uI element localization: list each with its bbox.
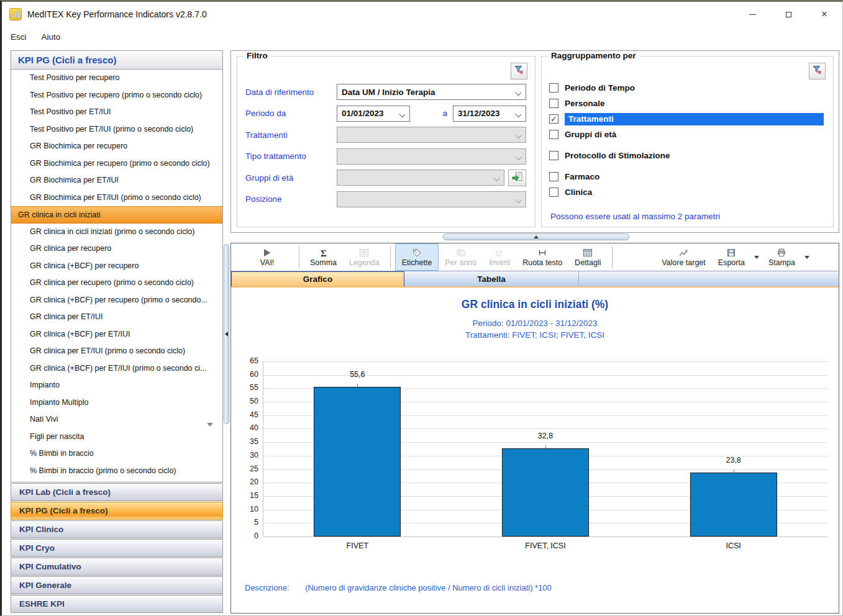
- sidebar-item-kpi-15[interactable]: GR clinica (+BCF) per ET/IUI: [11, 326, 222, 343]
- horizontal-splitter[interactable]: [443, 233, 629, 240]
- sidebar-item-kpi-5[interactable]: GR Biochimica per recupero (primo o seco…: [11, 155, 222, 173]
- toolbar-button-valore-target[interactable]: Valore target: [655, 243, 712, 271]
- filter-grouping-panel: Filtro × Data di riferimento Data UM / I…: [230, 50, 839, 233]
- checkbox-checked-icon[interactable]: ✓: [549, 114, 558, 124]
- grouping-option-4[interactable]: Protocollo di Stimolazione: [549, 142, 824, 169]
- grouping-option-2[interactable]: ✓Trattamenti: [549, 111, 824, 127]
- toolbar-button-label: Esporta: [718, 258, 745, 267]
- sidebar-item-kpi-18[interactable]: Impianto: [11, 377, 222, 394]
- sidebar-item-kpi-4[interactable]: GR Biochimica per recupero: [11, 138, 222, 155]
- toolbar: VAI!ΣSommaLegendaEtichettePer annoInvert…: [231, 243, 839, 271]
- grouping-option-label: Farmaco: [565, 172, 599, 182]
- toolbar-button-etichette[interactable]: Etichette: [395, 243, 439, 271]
- dropdown-caret-icon[interactable]: [801, 243, 813, 271]
- menu-bar: Esci Aiuto: [2, 28, 66, 45]
- y-axis-tick-label: 20: [237, 478, 258, 486]
- grouping-option-0[interactable]: Periodo di Tempo: [549, 80, 824, 96]
- sidebar-item-kpi-9[interactable]: GR clinica in cicli iniziati (primo o se…: [11, 224, 222, 241]
- period-from-select[interactable]: 01/01/2023: [337, 106, 410, 122]
- close-icon: ×: [821, 9, 827, 19]
- sidebar-section-3[interactable]: KPI Cryo: [11, 539, 223, 557]
- grouping-option-3[interactable]: Gruppi di età: [549, 127, 824, 142]
- sidebar-item-kpi-2[interactable]: Test Positivo per ET/IUI: [11, 104, 222, 121]
- y-axis-tick-label: 30: [237, 451, 258, 460]
- clear-grouping-button[interactable]: ×: [809, 63, 826, 79]
- reference-date-select[interactable]: Data UM / Inizio Terapia: [337, 84, 526, 100]
- toolbar-button-dettagli[interactable]: Dettagli: [568, 243, 607, 271]
- grouping-option-5[interactable]: Farmaco: [549, 169, 824, 184]
- sidebar-item-kpi-20[interactable]: Nati Vivi: [11, 411, 222, 428]
- y-axis-tick-label: 15: [237, 491, 258, 500]
- sidebar-section-6[interactable]: ESHRE KPI: [11, 595, 223, 613]
- sidebar-item-kpi-12[interactable]: GR clinica per recupero (primo o secondo…: [11, 274, 222, 292]
- toolbar-separator: [390, 246, 391, 268]
- maximize-icon: [786, 12, 791, 17]
- y-axis-tick-label: 45: [237, 410, 258, 419]
- vertical-splitter[interactable]: [224, 244, 229, 424]
- sidebar-section-1[interactable]: KPI PG (Cicli a fresco): [11, 502, 223, 520]
- sidebar-item-kpi-14[interactable]: GR clinica per ET/IUI: [11, 309, 222, 326]
- toolbar-button-stampa[interactable]: Stampa: [762, 243, 801, 271]
- minimize-icon: [749, 14, 756, 15]
- chart-subtitle-treatments: Trattamenti: FIVET; ICSI; FIVET, ICSI: [231, 329, 839, 341]
- chart-header: GR clinica in cicli iniziati (%) Periodo…: [231, 288, 839, 341]
- save-icon: [726, 247, 736, 258]
- checkbox-icon[interactable]: [549, 83, 558, 93]
- sidebar-item-kpi-11[interactable]: GR clinica (+BCF) per recupero: [11, 258, 222, 275]
- sidebar-item-kpi-17[interactable]: GR clinica (+BCF) per ET/IUI (primo o se…: [11, 360, 222, 378]
- sidebar-item-kpi-0[interactable]: Test Positivo per recupero: [11, 70, 222, 87]
- window-title: MedITEX Key Performance Indicators v2.8.…: [27, 9, 207, 19]
- checkbox-icon[interactable]: [549, 172, 558, 181]
- sidebar-item-kpi-6[interactable]: GR Biochimica per ET/IUI: [11, 172, 222, 189]
- toolbar-button-ruota-testo[interactable]: Ruota testo: [516, 243, 568, 271]
- grouping-option-1[interactable]: Personale: [549, 96, 824, 111]
- dropdown-caret-icon[interactable]: [751, 243, 762, 271]
- grouping-option-6[interactable]: Clinica: [549, 184, 824, 200]
- sidebar-item-kpi-21[interactable]: Figli per nascita: [11, 428, 222, 446]
- toolbar-button-vai[interactable]: VAI!: [240, 243, 294, 271]
- sidebar-item-kpi-3[interactable]: Test Positivo per ET/IUI (primo o second…: [11, 121, 222, 138]
- sidebar-section-2[interactable]: KPI Clinico: [11, 520, 223, 538]
- checkbox-icon[interactable]: [549, 151, 558, 160]
- sidebar-item-kpi-1[interactable]: Test Positivo per recupero (primo o seco…: [11, 87, 222, 104]
- sidebar-item-kpi-16[interactable]: GR clinica per ET/IUI (primo o secondo c…: [11, 343, 222, 360]
- checkbox-icon[interactable]: [549, 188, 558, 197]
- sidebar-item-kpi-22[interactable]: % Bimbi in braccio: [11, 445, 222, 463]
- checkbox-icon[interactable]: [549, 130, 558, 139]
- sidebar-item-kpi-19[interactable]: Impianto Multiplo: [11, 394, 222, 412]
- sidebar-item-kpi-23[interactable]: % Bimbi in braccio (primo o secondo cicl…: [11, 463, 222, 480]
- clear-filter-icon: ×: [812, 65, 822, 78]
- maximize-button[interactable]: [770, 4, 806, 25]
- toolbar-button-esporta[interactable]: Esporta: [712, 243, 751, 271]
- sidebar-section-4[interactable]: KPI Cumulativo: [11, 558, 223, 576]
- toolbar-button-label: Dettagli: [575, 258, 601, 267]
- grouping-option-label: Gruppi di età: [565, 130, 616, 140]
- sidebar-section-5[interactable]: KPI Generale: [11, 576, 223, 594]
- sidebar-item-kpi-10[interactable]: GR clinica per recupero: [11, 240, 222, 258]
- treatments-select: [337, 127, 526, 143]
- scroll-down-icon[interactable]: [207, 423, 213, 427]
- y-axis-tick-label: 25: [237, 464, 258, 473]
- tab-grafico[interactable]: Grafico: [231, 271, 404, 286]
- age-groups-edit-button[interactable]: [508, 170, 526, 186]
- clear-filter-button[interactable]: ×: [511, 63, 527, 79]
- grouping-option-label: Clinica: [565, 188, 592, 197]
- toolbar-button-somma[interactable]: ΣSomma: [304, 243, 343, 271]
- reference-date-value: Data UM / Inizio Terapia: [342, 88, 435, 97]
- sidebar-item-kpi-7[interactable]: GR Biochimica per ET/IUI (primo o second…: [11, 189, 222, 207]
- sidebar-item-kpi-13[interactable]: GR clinica (+BCF) per recupero (primo o …: [11, 292, 222, 309]
- menu-item-esci[interactable]: Esci: [4, 30, 33, 44]
- grouping-option-label: Trattamenti: [565, 113, 824, 125]
- tab-tabella[interactable]: Tabella: [404, 271, 579, 286]
- toolbar-separator: [612, 246, 613, 268]
- checkbox-icon[interactable]: [549, 99, 558, 108]
- sidebar-item-kpi-8[interactable]: GR clinica in cicli iniziati: [11, 206, 222, 224]
- sidebar-section-0[interactable]: KPI Lab (Cicli a fresco): [11, 483, 223, 501]
- y-axis-tick-label: 65: [237, 356, 258, 365]
- bar-label-tick: [545, 445, 546, 448]
- period-to-select[interactable]: 31/12/2023: [453, 106, 526, 122]
- minimize-button[interactable]: [734, 4, 770, 25]
- menu-item-aiuto[interactable]: Aiuto: [35, 30, 67, 44]
- close-button[interactable]: ×: [806, 4, 842, 25]
- bar-icsi: [690, 473, 777, 537]
